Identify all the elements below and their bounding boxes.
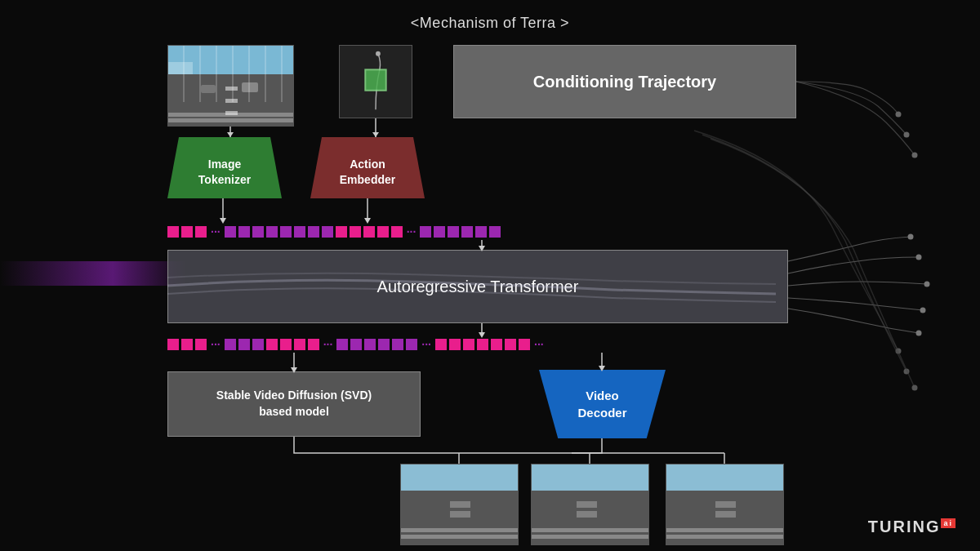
token-dots: ··· [420, 338, 433, 351]
token-dots: ··· [532, 338, 546, 351]
svg-marker-36 [220, 218, 226, 224]
token [238, 226, 250, 238]
token [420, 226, 431, 238]
svg-rect-0 [168, 46, 294, 74]
image-tokenizer-box: ImageTokenizer [167, 137, 282, 198]
token [167, 339, 179, 350]
svg-point-55 [916, 255, 922, 260]
turing-ai-badge: ai [941, 518, 956, 528]
token [364, 339, 376, 350]
svg-rect-13 [401, 464, 519, 491]
svg-point-56 [924, 282, 930, 287]
output-frame-3 [666, 464, 784, 545]
svg-rect-25 [666, 464, 784, 491]
svg-rect-17 [401, 528, 519, 532]
token [225, 339, 236, 350]
token-row-bottom: ··· ··· ··· ··· [167, 336, 935, 353]
token [406, 339, 417, 350]
token [280, 226, 292, 238]
token [475, 226, 487, 238]
token [336, 339, 348, 350]
svg-rect-29 [666, 528, 784, 532]
svg-marker-38 [364, 218, 371, 224]
road-image [167, 45, 294, 127]
action-image [339, 45, 412, 118]
token-dots: ··· [405, 225, 418, 238]
transformer-box: Autoregressive Transformer [167, 250, 788, 323]
svg-rect-23 [532, 528, 649, 532]
svg-rect-4 [225, 99, 238, 103]
token [434, 226, 445, 238]
token [489, 226, 501, 238]
token [167, 226, 179, 238]
svg-rect-28 [715, 511, 736, 518]
token [294, 226, 305, 238]
svg-rect-18 [401, 535, 519, 539]
svg-rect-30 [666, 535, 784, 539]
token-dots: ··· [322, 338, 335, 351]
token-dots: ··· [209, 225, 222, 238]
token [477, 339, 488, 350]
svg-rect-6 [168, 113, 294, 117]
token [519, 339, 530, 350]
output-frame-2 [531, 464, 649, 545]
token-row-top: ··· ··· [167, 224, 788, 240]
action-embedder-box: ActionEmbedder [310, 137, 425, 198]
video-decoder-box: VideoDecoder [539, 370, 666, 438]
token [252, 226, 264, 238]
svg-point-12 [376, 51, 381, 56]
token [363, 226, 375, 238]
svg-point-58 [916, 331, 922, 336]
token [336, 226, 347, 238]
svg-rect-7 [168, 118, 294, 122]
svg-point-60 [904, 369, 910, 375]
token [377, 226, 389, 238]
svg-rect-15 [450, 501, 470, 508]
svg-point-51 [896, 112, 902, 118]
svg-point-54 [908, 234, 914, 240]
token [266, 339, 278, 350]
token [435, 339, 447, 350]
page-title: <Mechanism of Terra > [0, 15, 980, 32]
token [308, 226, 319, 238]
token [252, 339, 264, 350]
turing-logo: TURINGai [868, 518, 956, 536]
token [280, 339, 292, 350]
token [391, 226, 403, 238]
svg-rect-3 [225, 87, 238, 91]
token [463, 339, 474, 350]
conditioning-trajectory-box: Conditioning Trajectory [453, 45, 796, 118]
token [350, 226, 361, 238]
token [378, 339, 390, 350]
svg-point-52 [904, 132, 910, 138]
svg-rect-21 [577, 501, 597, 508]
svg-marker-34 [372, 132, 379, 137]
svg-point-61 [912, 385, 918, 391]
svg-point-53 [912, 153, 918, 158]
svg-rect-19 [532, 464, 649, 491]
token [195, 226, 207, 238]
token [266, 226, 278, 238]
token [308, 339, 319, 350]
token [461, 226, 473, 238]
svg-rect-27 [715, 501, 736, 508]
token [195, 339, 207, 350]
token [449, 339, 461, 350]
svg-rect-9 [201, 85, 216, 93]
token [181, 339, 193, 350]
token [392, 339, 403, 350]
output-frame-1 [400, 464, 519, 545]
svg-rect-1 [168, 62, 193, 74]
svd-box: Stable Video Diffusion (SVD)based model [167, 371, 421, 437]
svg-rect-8 [242, 82, 258, 92]
svg-rect-22 [577, 511, 597, 518]
token [322, 226, 333, 238]
token [238, 339, 250, 350]
token [505, 339, 516, 350]
token [491, 339, 502, 350]
svg-marker-32 [227, 132, 234, 137]
token [294, 339, 305, 350]
token-dots: ··· [209, 338, 222, 351]
svg-rect-24 [532, 535, 649, 539]
token [225, 226, 236, 238]
